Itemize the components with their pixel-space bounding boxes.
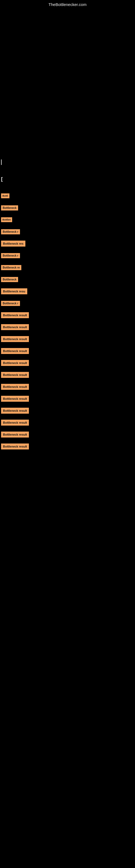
bottleneck-badge[interactable]: Bottleneck result xyxy=(1,360,29,366)
list-item: Bottleneck result xyxy=(0,333,135,345)
bracket-char: [ xyxy=(1,176,3,182)
bottleneck-badge[interactable]: Bottlen xyxy=(1,217,12,222)
list-item: Bottleneck result xyxy=(0,357,135,369)
list-item: Bottleneck res xyxy=(0,238,135,250)
bottleneck-badge[interactable]: Bottleneck result xyxy=(1,443,29,450)
bottleneck-badge[interactable]: Bottleneck resu xyxy=(1,288,27,294)
list-item: Bottleneck result xyxy=(0,309,135,321)
bottleneck-badge[interactable]: Bottleneck result xyxy=(1,396,29,402)
bottleneck-badge[interactable]: Bottleneck result xyxy=(1,324,29,330)
bottleneck-badge[interactable]: Bottleneck xyxy=(1,277,18,282)
list-item: Bottleneck result xyxy=(0,345,135,357)
bottleneck-results-container: Bottl Bottleneck Bottlen Bottleneck r Bo… xyxy=(0,190,135,453)
list-item: Bottleneck result xyxy=(0,416,135,429)
list-item: Bottleneck re xyxy=(0,261,135,273)
list-item: Bottleneck result xyxy=(0,321,135,333)
list-item: Bottleneck result xyxy=(0,429,135,440)
bottleneck-badge[interactable]: Bottleneck result xyxy=(1,336,29,342)
bottleneck-badge[interactable]: Bottleneck result xyxy=(1,432,29,437)
cursor-indicator xyxy=(1,159,2,165)
bottleneck-badge[interactable]: Bottl xyxy=(1,193,9,198)
bottleneck-badge[interactable]: Bottleneck res xyxy=(1,241,26,247)
bottleneck-badge[interactable]: Bottleneck result xyxy=(1,312,29,318)
bottleneck-badge[interactable]: Bottleneck result xyxy=(1,372,29,378)
list-item: Bottleneck xyxy=(0,202,135,214)
list-item: Bottleneck result xyxy=(0,405,135,416)
list-item: Bottl xyxy=(0,190,135,202)
bottleneck-badge[interactable]: Bottleneck result xyxy=(1,408,29,414)
list-item: Bottlen xyxy=(0,214,135,226)
list-item: Bottleneck result xyxy=(0,393,135,405)
bottleneck-badge[interactable]: Bottleneck r xyxy=(1,301,20,306)
list-item: Bottleneck result xyxy=(0,369,135,381)
bottleneck-badge[interactable]: Bottleneck re xyxy=(1,265,21,270)
list-item: Bottleneck r xyxy=(0,297,135,309)
site-title: TheBottlenecker.com xyxy=(49,2,87,7)
list-item: Bottleneck result xyxy=(0,440,135,453)
list-item: Bottleneck result xyxy=(0,381,135,393)
bottleneck-badge[interactable]: Bottleneck result xyxy=(1,384,29,390)
bottleneck-badge[interactable]: Bottleneck r xyxy=(1,253,20,258)
bottleneck-badge[interactable]: Bottleneck result xyxy=(1,420,29,426)
bottleneck-badge[interactable]: Bottleneck r xyxy=(1,229,20,235)
bottleneck-badge[interactable]: Bottleneck result xyxy=(1,348,29,354)
list-item: Bottleneck resu xyxy=(0,285,135,297)
bottleneck-badge[interactable]: Bottleneck xyxy=(1,205,18,211)
list-item: Bottleneck r xyxy=(0,226,135,238)
list-item: Bottleneck xyxy=(0,273,135,285)
list-item: Bottleneck r xyxy=(0,250,135,261)
